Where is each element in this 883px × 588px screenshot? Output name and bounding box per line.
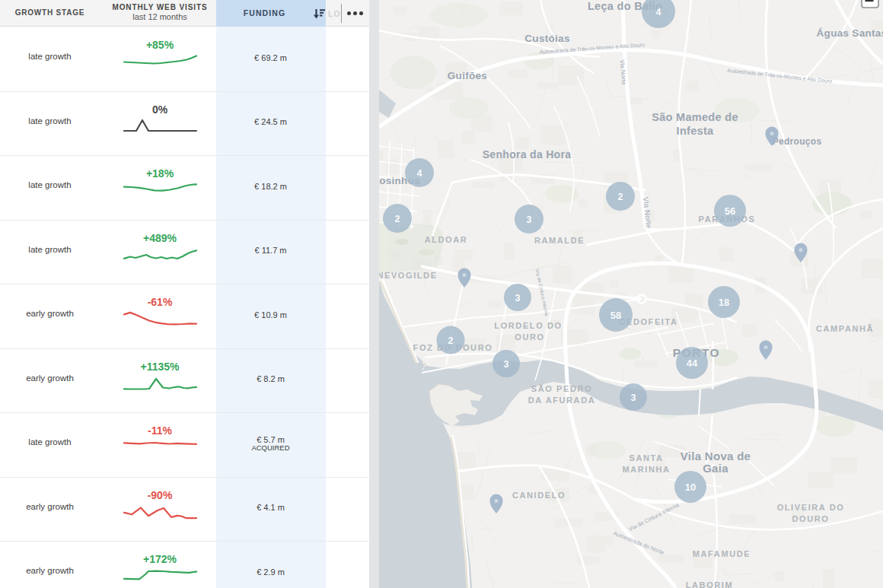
svg-text:DA AFURADA: DA AFURADA [528, 396, 596, 405]
svg-text:SANTA: SANTA [629, 453, 663, 462]
svg-text:CAMPANHÃ: CAMPANHÃ [816, 324, 874, 333]
svg-text:58: 58 [610, 310, 621, 321]
svg-text:10: 10 [685, 482, 696, 493]
svg-text:CANIDELO: CANIDELO [512, 491, 566, 500]
svg-text:NEVOGILDE: NEVOGILDE [379, 271, 438, 280]
svg-text:3: 3 [515, 293, 521, 304]
svg-text:3: 3 [527, 215, 532, 225]
svg-text:LORDELO DO: LORDELO DO [494, 321, 562, 330]
svg-text:3: 3 [631, 393, 636, 403]
svg-text:2: 2 [618, 192, 623, 202]
svg-text:Senhora da Hora: Senhora da Hora [483, 148, 572, 161]
svg-text:ALDOAR: ALDOAR [425, 235, 468, 244]
svg-text:Pedrouços: Pedrouços [773, 136, 822, 147]
svg-text:OURO: OURO [515, 332, 544, 342]
svg-text:Gaia: Gaia [703, 462, 728, 475]
svg-text:2: 2 [448, 335, 454, 346]
svg-text:2: 2 [395, 214, 400, 224]
svg-text:RAMALDE: RAMALDE [534, 236, 585, 245]
svg-text:4: 4 [417, 168, 422, 179]
svg-text:Infesta: Infesta [677, 125, 714, 137]
svg-text:Vila Nova de: Vila Nova de [681, 450, 751, 462]
svg-text:4: 4 [656, 7, 661, 17]
svg-text:MARINHA: MARINHA [622, 465, 670, 474]
svg-text:44: 44 [687, 358, 698, 369]
svg-text:18: 18 [719, 297, 729, 308]
svg-text:LABORIM: LABORIM [686, 580, 734, 588]
svg-text:Águas Santas: Águas Santas [817, 27, 883, 39]
svg-text:SÃO PEDRO: SÃO PEDRO [531, 384, 592, 393]
svg-text:Custóias: Custóias [524, 33, 569, 44]
svg-text:São Mamede de: São Mamede de [652, 111, 738, 123]
svg-text:56: 56 [725, 205, 735, 217]
svg-text:3: 3 [504, 359, 509, 370]
svg-text:OLIVEIRA DO: OLIVEIRA DO [777, 503, 845, 512]
svg-text:DOURO: DOURO [792, 514, 830, 523]
svg-text:Guifões: Guifões [448, 70, 487, 81]
svg-text:MAFAMUDE: MAFAMUDE [693, 549, 751, 558]
